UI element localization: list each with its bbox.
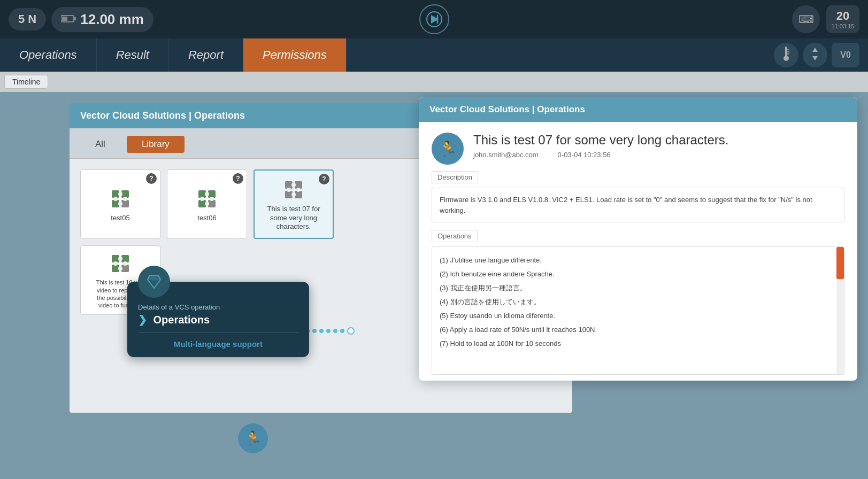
tab-right-icons: V0 (774, 38, 868, 72)
svg-point-25 (205, 192, 209, 196)
svg-point-33 (291, 183, 296, 187)
svg-point-20 (123, 197, 127, 201)
svg-rect-21 (198, 190, 206, 198)
tab-operations-label: Operations (19, 48, 77, 62)
svg-rect-32 (295, 191, 302, 198)
tab-bar: Operations Result Report Permissions (0, 38, 868, 72)
tab-permissions-label: Permissions (263, 48, 327, 62)
svg-marker-11 (812, 48, 818, 52)
detail-panel-header-label: Vector Cloud Solutions | Operations (429, 104, 585, 115)
svg-point-36 (296, 188, 301, 192)
vcs-tab-all-label: All (95, 139, 105, 149)
svg-point-43 (113, 261, 118, 266)
svg-rect-24 (208, 200, 216, 207)
detail-date: 0-03-04 10:23:56 (558, 151, 611, 159)
description-label: Description (432, 171, 478, 183)
svg-point-19 (113, 197, 118, 201)
test-card-name-test06: test06 (197, 214, 216, 223)
detail-title: This is test 07 for some very long chara… (473, 133, 729, 148)
arrows-icon (809, 47, 821, 64)
tab-result-label: Result (116, 48, 149, 62)
detail-meta: john.smith@abc.com 0-03-04 10:23:56 (473, 151, 729, 159)
operation-item-5: (5) Estoy usando un idioma diferente. (440, 309, 829, 323)
svg-point-41 (118, 257, 122, 261)
svg-rect-40 (121, 265, 129, 272)
svg-rect-37 (112, 255, 119, 262)
force-value: 12.00 mm (80, 11, 144, 28)
tooltip-arrow-icon: ❯ (138, 314, 147, 326)
tooltip-main-label: Operations (153, 314, 210, 326)
tooltip-title: Details of a VCS operation (138, 303, 298, 311)
operation-item-2: (2) Ich benutze eine andere Sprache. (440, 267, 829, 281)
svg-point-26 (205, 202, 209, 206)
help-icon-test07[interactable]: ? (319, 174, 329, 184)
arrows-button[interactable] (803, 43, 827, 67)
keyboard-button[interactable]: ⌨ (792, 5, 820, 33)
detail-avatar: 🏃 (432, 133, 464, 165)
operations-list: (1) J'utilise une langue différente. (2)… (432, 247, 836, 374)
calendar-day: 20 (836, 9, 849, 23)
top-bar-left: 5 N 12.00 mm (9, 7, 153, 32)
tooltip-popup: Details of a VCS operation ❯ Operations … (127, 282, 309, 357)
force-badge: 5 N (9, 8, 46, 30)
center-logo[interactable] (419, 4, 449, 34)
bottom-float-button[interactable]: 🏃 (238, 423, 268, 453)
tab-result[interactable]: Result (97, 38, 169, 72)
svg-point-17 (118, 192, 122, 196)
test-card-name-test07: This is test 07 for some very long chara… (259, 205, 328, 232)
operation-item-6: (6) Apply a load rate of 50N/s until it … (440, 323, 829, 337)
svg-point-18 (118, 202, 122, 206)
svg-point-28 (210, 197, 214, 201)
tooltip-sub: Multi-language support (138, 339, 298, 349)
operations-label: Operations (432, 230, 478, 242)
svg-rect-23 (198, 200, 206, 207)
svg-rect-38 (121, 255, 129, 262)
detail-title-row: 🏃 This is test 07 for some very long cha… (432, 133, 844, 165)
date-badge[interactable]: 20 11:03:15 (826, 5, 859, 33)
tab-permissions[interactable]: Permissions (243, 38, 347, 72)
detail-panel: Vector Cloud Solutions | Operations 🏃 Th… (419, 97, 857, 381)
tab-operations[interactable]: Operations (0, 38, 97, 72)
scrollbar-thumb[interactable] (836, 247, 844, 279)
svg-point-42 (118, 266, 122, 271)
detail-description-section: Description Firmware is V3.1.0 and ELS V… (432, 171, 844, 222)
svg-point-27 (200, 197, 204, 201)
test-card-test05[interactable]: ? test05 (80, 169, 160, 239)
vcs-tab-library[interactable]: Library (127, 136, 185, 153)
tooltip-divider (138, 333, 298, 333)
running-man-icon-detail: 🏃 (439, 140, 457, 158)
dot-7 (340, 329, 344, 333)
help-icon-test05[interactable]: ? (146, 173, 157, 184)
svg-rect-15 (112, 200, 119, 207)
sub-tab-timeline[interactable]: Timeline (4, 75, 48, 89)
thermometer-icon (781, 47, 792, 64)
svg-rect-16 (121, 200, 129, 207)
tab-report-label: Report (188, 48, 224, 62)
dimension-badge: 12.00 mm (51, 7, 153, 32)
thermometer-button[interactable] (774, 43, 798, 67)
test-card-test06[interactable]: ? test06 (167, 169, 247, 239)
tooltip-main: ❯ Operations (138, 313, 298, 326)
dot-3 (312, 329, 317, 333)
operations-box: (1) J'utilise une langue différente. (2)… (432, 246, 844, 375)
tooltip-logo (138, 266, 170, 298)
detail-panel-body: 🏃 This is test 07 for some very long cha… (419, 122, 857, 381)
vcs-tab-all[interactable]: All (80, 136, 120, 153)
top-bar-right: ⌨ 20 11:03:15 (792, 5, 859, 33)
test-card-test07[interactable]: ? This is test 07 for some very long cha… (254, 169, 334, 239)
keyboard-icon: ⌨ (798, 13, 814, 26)
dot-5 (326, 329, 331, 333)
battery-icon (61, 12, 76, 26)
detail-title-text: This is test 07 for some very long chara… (473, 133, 729, 159)
tab-report[interactable]: Report (169, 38, 243, 72)
help-icon-test06[interactable]: ? (233, 173, 243, 184)
svg-rect-14 (121, 190, 129, 198)
detail-operations-section: Operations (1) J'utilise une langue diff… (432, 230, 844, 375)
test-card-name-test05: test05 (111, 214, 129, 223)
vcs-tab-library-label: Library (142, 139, 170, 149)
dot-6 (333, 329, 337, 333)
svg-rect-29 (285, 181, 293, 189)
operations-scrollbar[interactable] (836, 247, 844, 374)
version-label: V0 (840, 50, 851, 60)
description-content: Firmware is V3.1.0 and ELS V1.0.8. VIC2 … (432, 188, 844, 222)
